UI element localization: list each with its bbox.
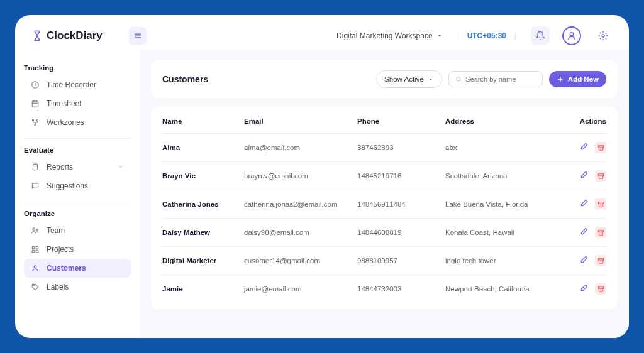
calendar-icon	[30, 99, 40, 109]
table-row: Daisy Mathewdaisy90@email.com14844608819…	[162, 219, 606, 247]
customers-table-card: NameEmailPhoneAddressActionsAlmaalma@ema…	[151, 107, 618, 309]
nav-labels[interactable]: Labels	[24, 278, 131, 296]
topbar: ClockDiary Digital Marketing Workspace U…	[15, 15, 629, 50]
pencil-icon	[580, 255, 589, 264]
cell-name: Jamie	[162, 285, 244, 293]
cell-name: Digital Marketer	[162, 257, 244, 264]
cell-phone: 14844608819	[357, 229, 445, 236]
app-window: ClockDiary Digital Marketing Workspace U…	[15, 15, 629, 338]
clipboard-icon	[30, 162, 40, 172]
page-header-card: Customers Show Active Add New	[151, 60, 618, 98]
section-tracking: Tracking	[24, 64, 131, 72]
search-box[interactable]	[448, 71, 543, 87]
table-row: Brayn Vicbrayn.v@email.com14845219716Sco…	[162, 162, 606, 190]
edit-button[interactable]	[580, 170, 589, 182]
timezone-display[interactable]: UTC+05:30	[458, 31, 516, 40]
network-icon	[30, 117, 40, 128]
caret-down-icon	[428, 76, 434, 82]
workspace-label: Digital Marketing Workspace	[336, 31, 433, 40]
archive-button[interactable]	[595, 227, 606, 238]
archive-button[interactable]	[595, 255, 606, 266]
workspace-selector[interactable]: Digital Marketing Workspace	[336, 31, 443, 40]
pencil-icon	[580, 227, 589, 236]
svg-point-1	[602, 35, 604, 37]
nav-team[interactable]: Team	[24, 221, 131, 240]
svg-rect-7	[33, 164, 38, 170]
col-phone: Phone	[357, 117, 445, 125]
cell-name: Catherina Jones	[162, 200, 244, 208]
archive-icon	[597, 258, 604, 264]
archive-button[interactable]	[595, 142, 606, 153]
cell-email: catherina.jonas2@email.com	[244, 200, 357, 208]
sidebar: Tracking Time Recorder Timesheet Workzon…	[15, 50, 140, 338]
cell-phone: 9888109957	[357, 257, 445, 264]
cell-address: Scottsdale, Arizona	[445, 172, 569, 180]
nav-suggestions[interactable]: Suggestions	[24, 176, 131, 195]
pencil-icon	[580, 198, 589, 207]
search-icon	[455, 75, 462, 83]
tag-icon	[30, 282, 40, 292]
archive-icon	[597, 201, 604, 208]
cell-email: daisy90@email.com	[244, 229, 357, 236]
svg-rect-22	[598, 286, 603, 288]
section-organize: Organize	[24, 210, 131, 217]
user-avatar[interactable]	[562, 26, 581, 45]
grid-icon	[30, 244, 40, 254]
chat-icon	[30, 181, 40, 191]
col-email: Email	[244, 117, 357, 125]
caret-down-icon	[436, 33, 443, 39]
edit-button[interactable]	[580, 198, 589, 210]
cell-name: Daisy Mathew	[162, 229, 244, 236]
archive-button[interactable]	[595, 283, 606, 295]
edit-button[interactable]	[580, 255, 589, 266]
col-address: Address	[445, 117, 569, 125]
pencil-icon	[580, 170, 589, 179]
nav-projects[interactable]: Projects	[24, 240, 131, 259]
show-active-filter[interactable]: Show Active	[376, 70, 442, 88]
svg-rect-21	[598, 258, 603, 259]
clock-icon	[30, 80, 40, 90]
hourglass-icon	[31, 30, 43, 41]
bell-icon	[535, 31, 545, 41]
people-icon	[30, 225, 40, 236]
archive-icon	[597, 229, 604, 236]
nav-time-recorder[interactable]: Time Recorder	[24, 75, 131, 94]
edit-button[interactable]	[580, 283, 589, 295]
search-input[interactable]	[465, 75, 536, 83]
svg-point-8	[33, 228, 35, 231]
person-icon	[30, 263, 40, 273]
app-logo: ClockDiary	[31, 30, 103, 42]
notifications-button[interactable]	[531, 26, 550, 45]
table-row: Catherina Jonescatherina.jonas2@email.co…	[162, 190, 606, 219]
settings-button[interactable]	[594, 26, 613, 45]
archive-icon	[597, 286, 604, 293]
svg-rect-13	[36, 250, 38, 253]
svg-point-9	[36, 229, 38, 231]
chevron-down-icon	[117, 163, 125, 172]
cell-name: Brayn Vic	[162, 172, 244, 180]
nav-timesheet[interactable]: Timesheet	[24, 94, 131, 113]
cell-phone: 14844732003	[357, 285, 445, 293]
nav-customers[interactable]: Customers	[24, 259, 131, 278]
svg-rect-18	[598, 173, 603, 175]
cell-address: Newport Beach, California	[445, 285, 569, 293]
svg-rect-17	[598, 145, 603, 146]
nav-workzones[interactable]: Workzones	[24, 113, 131, 132]
cell-address: inglo tech tower	[445, 257, 569, 264]
svg-rect-11	[36, 246, 38, 249]
edit-button[interactable]	[580, 227, 589, 238]
archive-button[interactable]	[595, 198, 606, 210]
add-new-button[interactable]: Add New	[549, 71, 606, 87]
section-evaluate: Evaluate	[24, 146, 131, 154]
archive-button[interactable]	[595, 170, 606, 182]
cell-phone: 148456911484	[357, 200, 445, 208]
table-header: NameEmailPhoneAddressActions	[162, 109, 606, 134]
menu-toggle[interactable]	[129, 27, 147, 45]
edit-button[interactable]	[580, 142, 589, 153]
pencil-icon	[580, 142, 589, 151]
plus-icon	[557, 75, 564, 83]
nav-reports[interactable]: Reports	[24, 158, 131, 176]
menu-icon	[133, 31, 142, 40]
cell-phone: 387462893	[357, 144, 445, 151]
cell-email: alma@email.com	[244, 144, 357, 151]
